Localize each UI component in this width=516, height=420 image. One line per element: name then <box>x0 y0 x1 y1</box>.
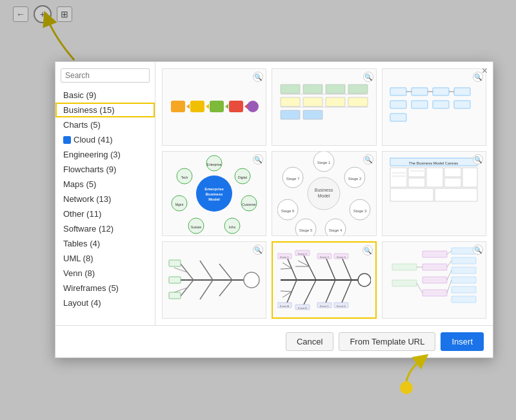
svg-text:Stage 6: Stage 6 <box>281 209 295 213</box>
svg-rect-10 <box>303 85 322 94</box>
svg-rect-13 <box>281 97 300 106</box>
magnify-icon-right[interactable]: 🔍 <box>473 245 483 255</box>
magnify-icon-stages[interactable]: 🔍 <box>363 154 373 165</box>
template-card-stages[interactable]: 🔍 Business Model Stage 1 Stage 2 Stage 3 <box>272 151 376 236</box>
sidebar-item-other[interactable]: Other (11) <box>55 206 155 221</box>
svg-rect-18 <box>303 110 322 119</box>
svg-line-85 <box>200 261 213 280</box>
template-card-canvas[interactable]: 🔍 The Business Model Canvas <box>382 151 486 236</box>
svg-text:Event D: Event D <box>337 305 346 308</box>
magnify-icon-canvas[interactable]: 🔍 <box>473 154 483 165</box>
svg-line-99 <box>326 257 335 280</box>
svg-text:Stage 5: Stage 5 <box>299 228 313 232</box>
svg-text:Event 4: Event 4 <box>337 255 346 259</box>
sidebar-item-wireframes[interactable]: Wireframes (5) <box>55 281 155 295</box>
svg-text:Business: Business <box>315 188 333 192</box>
sidebar-item-business[interactable]: Business (15) <box>55 103 155 117</box>
svg-rect-135 <box>422 277 447 283</box>
cancel-button[interactable]: Cancel <box>286 332 333 351</box>
svg-line-110 <box>281 291 292 292</box>
svg-point-94 <box>244 272 259 288</box>
svg-rect-128 <box>452 257 476 264</box>
svg-text:The Business Model Canvas: The Business Model Canvas <box>409 161 458 165</box>
insert-button[interactable]: Insert <box>441 332 484 351</box>
sidebar-item-charts[interactable]: Charts (5) <box>55 117 155 132</box>
svg-text:Event 2: Event 2 <box>298 252 307 255</box>
template-card-1[interactable]: 🔍 <box>162 68 266 146</box>
template-card-3[interactable]: 🔍 <box>382 68 486 146</box>
sidebar-item-cloud[interactable]: Cloud (41) <box>55 132 155 147</box>
svg-rect-16 <box>348 97 368 106</box>
svg-rect-92 <box>169 277 181 283</box>
template-card-fishbone-left[interactable]: 🔍 <box>162 241 266 319</box>
template-preview-enterprise: Enterprise Business Model Enterprise Dig… <box>168 152 261 235</box>
svg-rect-77 <box>390 188 433 201</box>
svg-rect-132 <box>452 296 476 303</box>
search-box[interactable]: 🔍 <box>61 68 150 83</box>
svg-text:Tech: Tech <box>181 175 188 179</box>
sidebar-item-tables[interactable]: Tables (4) <box>55 236 155 251</box>
sidebar-item-uml[interactable]: UML (8) <box>55 251 155 266</box>
svg-text:Event B: Event B <box>298 306 307 310</box>
sidebar-item-flowcharts[interactable]: Flowcharts (9) <box>55 162 155 177</box>
svg-line-103 <box>326 280 335 303</box>
search-input[interactable] <box>65 71 162 80</box>
template-card-fishbone-main[interactable]: 🔍 <box>272 241 376 319</box>
svg-point-145 <box>400 381 413 394</box>
svg-rect-131 <box>452 286 476 293</box>
svg-line-143 <box>447 270 452 280</box>
svg-line-140 <box>417 283 422 293</box>
svg-rect-28 <box>454 101 470 108</box>
svg-rect-93 <box>169 292 181 299</box>
sidebar-item-software[interactable]: Software (12) <box>55 221 155 236</box>
svg-text:Event 1: Event 1 <box>280 255 289 259</box>
svg-text:Stage 4: Stage 4 <box>329 228 342 232</box>
template-card-right[interactable]: 🔍 <box>382 241 486 319</box>
magnify-icon-enterprise[interactable]: 🔍 <box>253 154 263 165</box>
svg-rect-137 <box>392 264 417 270</box>
sidebar-item-basic[interactable]: Basic (9) <box>55 88 155 103</box>
svg-rect-21 <box>390 88 406 95</box>
template-card-enterprise[interactable]: 🔍 Enterprise Business Model Enterprise D… <box>162 151 266 236</box>
magnify-icon-fm[interactable]: 🔍 <box>362 245 373 255</box>
svg-rect-22 <box>412 88 428 95</box>
magnify-icon-1[interactable]: 🔍 <box>253 72 263 82</box>
sidebar-item-maps[interactable]: Maps (5) <box>55 177 155 192</box>
svg-line-144 <box>447 280 452 293</box>
svg-rect-130 <box>452 277 476 283</box>
modal-body: 🔍 Basic (9) Business (15) Charts (5) Clo… <box>55 62 493 325</box>
svg-rect-75 <box>444 178 461 187</box>
svg-rect-25 <box>390 101 406 108</box>
svg-rect-134 <box>422 264 447 270</box>
template-preview-right <box>387 245 481 315</box>
modal-dialog: × 🔍 Basic (9) Business (15) Charts (5) C… <box>55 61 493 358</box>
template-preview-3 <box>387 81 481 133</box>
svg-text:Mgmt: Mgmt <box>175 203 183 206</box>
svg-rect-129 <box>452 267 476 274</box>
svg-text:Event A: Event A <box>280 305 289 308</box>
svg-rect-0 <box>171 101 185 112</box>
svg-line-142 <box>447 261 452 267</box>
sidebar-item-layout[interactable]: Layout (4) <box>55 295 155 310</box>
magnify-icon-fl[interactable]: 🔍 <box>253 245 263 255</box>
svg-line-88 <box>219 280 232 296</box>
sidebar-item-engineering[interactable]: Engineering (3) <box>55 147 155 162</box>
svg-rect-2 <box>190 101 204 112</box>
sidebar-item-cloud-label: Cloud (41) <box>74 135 113 145</box>
sidebar-item-network[interactable]: Network (13) <box>55 192 155 206</box>
svg-text:Customer: Customer <box>242 203 256 206</box>
template-card-2[interactable]: 🔍 <box>272 68 376 146</box>
svg-text:Stage 3: Stage 3 <box>353 209 367 213</box>
svg-rect-26 <box>412 101 428 108</box>
close-button[interactable]: × <box>482 66 488 76</box>
template-preview-2 <box>277 81 371 133</box>
svg-line-86 <box>200 280 213 299</box>
magnify-icon-2[interactable]: 🔍 <box>363 72 373 82</box>
template-url-button[interactable]: From Template URL <box>339 332 435 351</box>
annotation-arrow-bottom <box>387 349 439 401</box>
category-sidebar: 🔍 Basic (9) Business (15) Charts (5) Clo… <box>55 62 155 325</box>
sidebar-item-venn[interactable]: Venn (8) <box>55 266 155 281</box>
svg-rect-9 <box>281 85 300 94</box>
svg-rect-91 <box>169 260 181 266</box>
svg-line-106 <box>281 268 292 269</box>
